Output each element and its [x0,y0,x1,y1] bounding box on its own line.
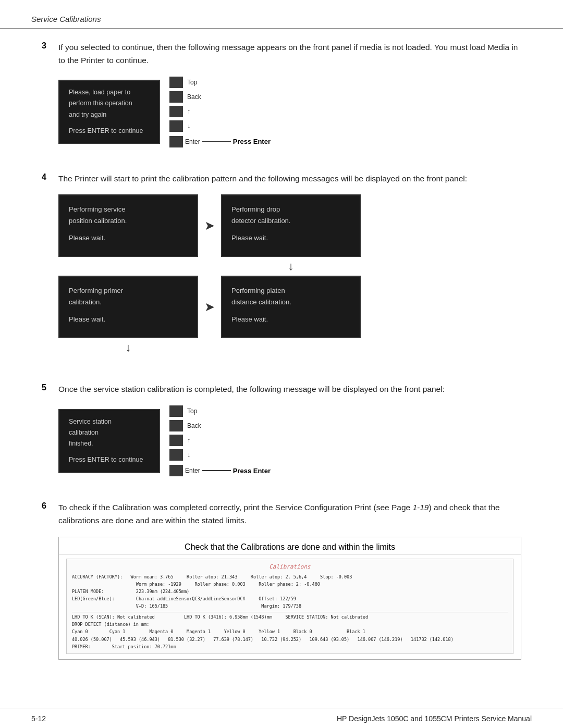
step-5-number: 5 [42,383,58,392]
btn-top-row-5: Top [169,405,271,417]
section-title: Service Calibrations [31,15,101,23]
enter-dash-5 [202,470,231,471]
arrow-right-top: ➤ [204,218,215,233]
back-button-5 [169,420,183,431]
btn-top-row: Top [169,77,271,88]
press-enter-row: Enter Press Enter [169,136,271,147]
arrow-right-bottom: ➤ [204,300,215,314]
down-button [169,120,183,132]
step-3-panel-screen: Please, load paper to perform this opera… [58,80,160,144]
step-5: 5 Once the service station calibration i… [42,383,521,487]
step-3-number: 3 [42,41,58,51]
calib-box-top-left: Performing service position calibration.… [58,194,198,257]
top-button [169,77,183,88]
step-3-panel-diagram: Please, load paper to perform this opera… [58,77,521,147]
down-button-5 [169,449,183,461]
flow-row-1: Performing service position calibration.… [58,194,361,257]
step-4-content: The Printer will start to print the cali… [58,172,521,369]
arrow-down-left: ↓ [126,341,131,354]
step-3: 3 If you selected to continue, then the … [42,41,521,158]
step-6-content: To check if the Calibration was complete… [58,501,521,669]
up-button-5 [169,435,183,446]
btn-down-row: ↓ [169,120,271,132]
btn-up-row-5: ↑ [169,435,271,446]
step-5-content: Once the service station calibration is … [58,383,521,487]
btn-back-row-5: Back [169,420,271,431]
up-button [169,106,183,117]
calib-subtitle: Calibrations [72,562,508,572]
flow-between: ↓ [58,257,361,276]
calib-box-bottom-left: Performing primer calibration. Please wa… [58,276,198,338]
page-footer: 5-12 HP DesignJets 1050C and 1055CM Prin… [0,709,563,728]
arrow-down-right: ↓ [288,260,294,273]
btn-down-row-5: ↓ [169,449,271,461]
page-container: Service Calibrations 3 If you selected t… [0,0,563,728]
enter-dash [202,141,231,142]
calib-data-box: Check that the Calibrations are done and… [58,537,521,660]
step-6-number: 6 [42,501,58,511]
calib-box-bottom-right: Performing platen distance calibration. … [221,276,361,338]
step-5-panel-buttons: Top Back ↑ ↓ [169,405,271,476]
step-3-content: If you selected to continue, then the fo… [58,41,521,158]
step-5-text: Once the service station calibration is … [58,383,521,396]
press-enter-label: Press Enter [233,138,271,145]
calib-flow-diagram: Performing service position calibration.… [58,194,361,357]
page-header: Service Calibrations [0,0,563,29]
press-enter-row-5: Enter Press Enter [169,465,271,476]
btn-up-row: ↑ [169,106,271,117]
calib-data-inner: Calibrations ACCURACY (FACTORY): Worm me… [66,559,513,654]
step-6: 6 To check if the Calibration was comple… [42,501,521,669]
step-3-text: If you selected to continue, then the fo… [58,41,521,67]
press-enter-label-5: Press Enter [233,467,271,475]
back-button [169,91,183,103]
step-4-text: The Printer will start to print the cali… [58,172,521,186]
step-3-panel-buttons: Top Back ↑ ↓ [169,77,271,147]
calib-data-title: Check that the Calibrations are done and… [59,537,521,554]
top-button-5 [169,405,183,417]
step-5-panel-diagram: Service station calibration finished. Pr… [58,405,521,476]
calib-box-top-right: Performing drop detector calibration. Pl… [221,194,361,257]
footer-page-number: 5-12 [31,714,46,723]
page-content: 3 If you selected to continue, then the … [0,29,563,705]
calib-data-content: Calibrations ACCURACY (FACTORY): Worm me… [59,554,521,659]
flow-between-2: ↓ [58,338,361,357]
btn-back-row: Back [169,91,271,103]
step-5-panel-screen: Service station calibration finished. Pr… [58,409,160,473]
enter-button-5 [169,465,183,476]
step-4-number: 4 [42,172,58,182]
step-6-text: To check if the Calibration was complete… [58,501,521,527]
enter-button [169,136,183,147]
flow-row-2: Performing primer calibration. Please wa… [58,276,361,338]
step-4: 4 The Printer will start to print the ca… [42,172,521,369]
footer-title: HP DesignJets 1050C and 1055CM Printers … [337,714,532,723]
